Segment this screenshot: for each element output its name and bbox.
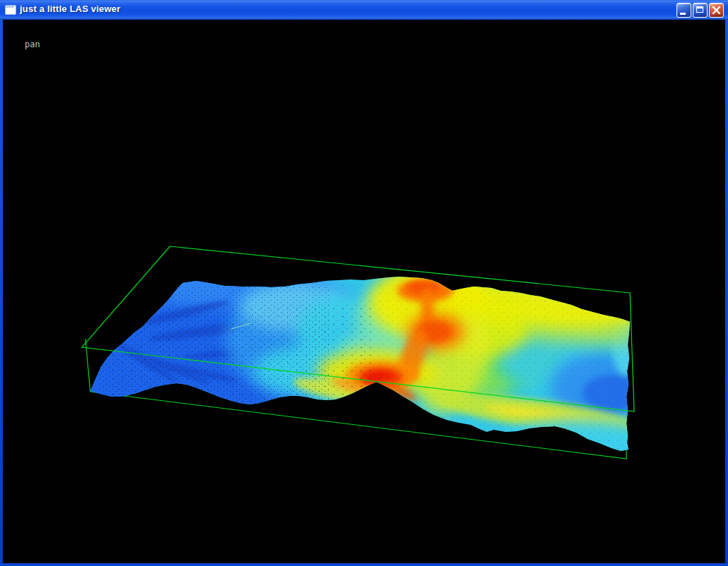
window-border-right[interactable] — [725, 20, 728, 566]
titlebar[interactable]: just a little LAS viewer — [0, 0, 728, 20]
maximize-icon — [696, 6, 703, 13]
gl-viewport[interactable]: pan — [3, 20, 725, 563]
application-window-icon[interactable] — [5, 4, 16, 16]
lidar-scene — [3, 20, 725, 563]
window-controls — [677, 3, 724, 18]
close-button[interactable] — [709, 3, 724, 18]
maximize-button[interactable] — [693, 3, 708, 18]
terrain-color-patch — [106, 303, 374, 402]
terrain-color-patch — [339, 282, 635, 452]
terrain-surface — [11, 243, 656, 480]
minimize-button[interactable] — [677, 3, 691, 18]
minimize-icon — [680, 13, 686, 15]
app-window: just a little LAS viewer — [0, 0, 728, 566]
pan-mode-label: pan — [25, 40, 40, 49]
close-icon — [712, 6, 721, 15]
window-title: just a little LAS viewer — [20, 4, 121, 14]
wireframe-edge — [85, 339, 90, 392]
window-border-bottom[interactable] — [0, 563, 728, 566]
window-icon-titlestrip — [6, 6, 14, 8]
